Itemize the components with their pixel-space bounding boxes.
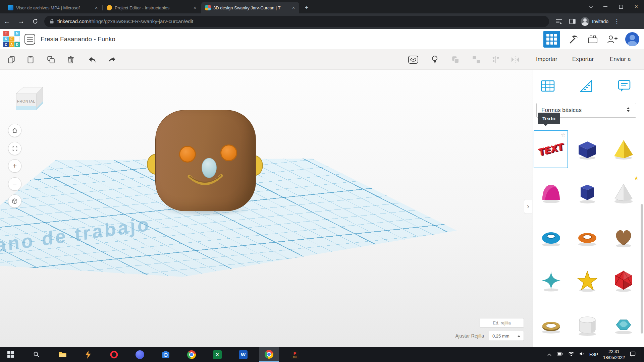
workplane-grid[interactable] — [0, 70, 533, 347]
bricks-icon[interactable] — [586, 33, 599, 46]
minecraft-pickaxe-icon[interactable] — [567, 33, 580, 46]
shape-tile-pyramid[interactable] — [606, 130, 641, 168]
reading-list-icon[interactable] — [554, 16, 564, 26]
taskbar-app-opera[interactable] — [104, 347, 124, 362]
zoom-in-button[interactable]: + — [8, 159, 21, 173]
start-button[interactable] — [1, 347, 21, 362]
taskbar-app-f360[interactable]: F360 — [285, 347, 305, 362]
notes-tool-icon[interactable] — [615, 77, 633, 95]
taskbar-file-explorer[interactable] — [52, 347, 72, 362]
shape-tile-tube[interactable] — [570, 218, 604, 256]
tab1-close-icon[interactable]: × — [93, 5, 99, 11]
tab3-close-icon[interactable]: × — [290, 5, 297, 11]
align-button-disabled[interactable] — [490, 54, 501, 65]
redo-button[interactable] — [107, 54, 117, 65]
funko-eye-right[interactable] — [220, 144, 237, 161]
taskbar-chrome-2-active[interactable] — [259, 347, 279, 362]
shape-tile-four-point-star[interactable] — [534, 262, 568, 300]
shape-tile-icosahedron[interactable] — [606, 262, 641, 300]
new-tab-button[interactable]: + — [302, 3, 311, 12]
shape-tile-polygon[interactable] — [570, 174, 604, 212]
zoom-out-button[interactable]: − — [8, 177, 21, 191]
copy-button[interactable] — [6, 54, 17, 65]
tab2-close-icon[interactable]: × — [192, 5, 198, 11]
browser-tab-2[interactable]: Project Editor - Instructables × — [103, 2, 201, 13]
tinkercad-logo[interactable]: T I N K E R C A D — [3, 31, 20, 47]
taskbar-word[interactable]: W — [233, 347, 253, 362]
shape-tile-cylinder[interactable] — [570, 306, 604, 344]
funko-mouth[interactable] — [186, 174, 224, 191]
window-maximize-button[interactable] — [613, 0, 629, 13]
wifi-icon[interactable] — [568, 352, 574, 358]
favorite-star-outline-icon[interactable]: ☆ — [561, 132, 566, 138]
view-cube[interactable]: FRONTAL — [12, 82, 44, 115]
duplicate-button[interactable] — [46, 54, 56, 65]
delete-button[interactable] — [65, 54, 76, 65]
export-button[interactable]: Exportar — [572, 56, 594, 63]
funko-eye-left[interactable] — [179, 146, 196, 163]
taskbar-app-blue[interactable] — [130, 347, 150, 362]
browser-tab-1[interactable]: Visor de archivos MP4 | Microsof × — [4, 2, 102, 13]
shape-tile-cone[interactable]: ★ — [606, 174, 641, 212]
back-button[interactable]: ← — [0, 14, 14, 28]
ruler-tool-icon[interactable] — [577, 77, 595, 95]
taskbar-clock[interactable]: 22:31 18/05/2022 — [603, 349, 625, 360]
design-title[interactable]: Fresia Fasanando - Funko — [41, 36, 115, 43]
invite-person-icon[interactable] — [606, 33, 619, 46]
category-sort-icon[interactable] — [625, 106, 631, 115]
perspective-toggle-button[interactable] — [8, 194, 21, 208]
tab-search-chevron-icon[interactable] — [584, 0, 598, 13]
forward-button[interactable]: → — [14, 14, 28, 28]
favorite-star-filled-icon[interactable]: ★ — [634, 175, 639, 181]
user-avatar[interactable] — [625, 32, 639, 46]
tray-chevron-icon[interactable] — [547, 352, 552, 358]
browser-profile-chip[interactable]: Invitado — [581, 17, 608, 26]
panel-collapse-handle[interactable]: › — [524, 199, 532, 214]
reload-button[interactable] — [28, 14, 42, 28]
window-minimize-button[interactable] — [598, 0, 613, 13]
shape-tile-torus[interactable] — [534, 218, 568, 256]
shape-tile-star[interactable] — [570, 262, 604, 300]
mirror-button-disabled[interactable] — [510, 54, 521, 65]
design-menu-icon[interactable] — [24, 34, 35, 45]
show-desktop-peek[interactable] — [641, 347, 642, 362]
paste-button[interactable] — [25, 54, 36, 65]
viewport-3d-canvas[interactable]: ano de trabajo FRONTAL — [0, 70, 533, 347]
tab2-favicon — [107, 5, 112, 10]
taskbar-app-camera[interactable] — [156, 347, 176, 362]
import-button[interactable]: Importar — [536, 56, 557, 63]
shape-tile-heart[interactable] — [606, 218, 641, 256]
home-view-button[interactable] — [8, 124, 21, 137]
show-all-button[interactable] — [408, 54, 419, 65]
browser-tab-3-active[interactable]: 3D design Swanky Jarv-Curcan | T × — [201, 2, 299, 13]
volume-icon[interactable] — [579, 351, 584, 358]
window-close-button[interactable]: × — [629, 0, 644, 13]
snap-grid-select[interactable]: 0,25 mm — [489, 331, 524, 341]
panel-scrollbar[interactable] — [641, 204, 643, 334]
ungroup-button-disabled[interactable] — [471, 54, 482, 65]
taskbar-search-button[interactable] — [26, 347, 47, 362]
battery-icon[interactable] — [557, 352, 563, 358]
url-omnibox[interactable]: tinkercad.com/things/gzxa5wS6CER-swanky-… — [44, 16, 549, 27]
shape-tile-box[interactable] — [570, 130, 604, 168]
browser-menu-icon[interactable]: ⋮ — [612, 18, 622, 25]
group-button-disabled[interactable] — [450, 54, 461, 65]
taskbar-app-bolt[interactable] — [78, 347, 98, 362]
shape-tile-gem[interactable] — [606, 306, 641, 344]
light-bulb-button[interactable] — [429, 54, 440, 65]
fit-view-button[interactable] — [8, 142, 21, 155]
shape-tile-ring[interactable] — [534, 306, 568, 344]
edit-grid-button[interactable]: Ed. rejilla — [480, 318, 524, 327]
action-center-icon[interactable] — [630, 351, 636, 358]
undo-button[interactable] — [87, 54, 98, 65]
workplane-tool-icon[interactable] — [539, 77, 556, 95]
shape-tile-paraboloid[interactable] — [534, 174, 568, 212]
dashboard-grid-button[interactable] — [543, 31, 560, 48]
taskbar-excel[interactable]: X — [207, 347, 227, 362]
side-panel-icon[interactable] — [567, 16, 577, 26]
shape-tile-text[interactable]: ☆ TEXT — [534, 130, 568, 168]
tab2-title: Project Editor - Instructables — [115, 5, 189, 10]
send-to-button[interactable]: Enviar a — [610, 56, 631, 63]
taskbar-chrome-1[interactable] — [181, 347, 202, 362]
language-indicator[interactable]: ESP — [589, 352, 598, 357]
